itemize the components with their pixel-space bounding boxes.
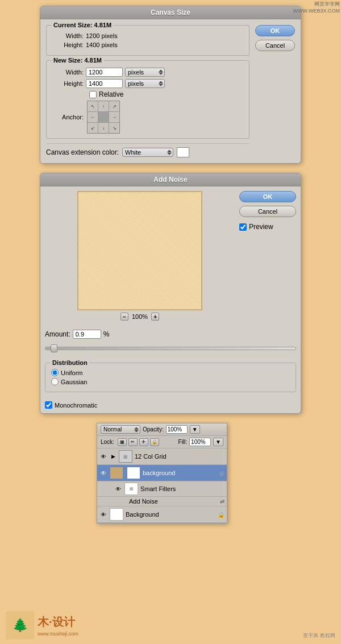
new-height-label: Height: [52,80,84,87]
current-height-value: 1400 pixels [86,41,118,48]
layer-thumb-background [110,467,123,479]
layers-toolbar: Normal Opacity: ▼ [97,423,227,436]
distribution-legend: Distribution [50,359,90,366]
noise-ok-button[interactable]: OK [239,191,296,202]
bottom-watermark: 🌲 木·设计 www.musheji.com [6,611,78,639]
lock-position-button[interactable]: ✛ [139,438,148,446]
ext-color-select[interactable]: White [122,148,173,157]
anchor-cell-tr[interactable]: ↗ [109,101,119,111]
layers-opacity-row: Opacity: ▼ [143,425,200,434]
relative-row: Relative [89,90,243,98]
lock-all-button[interactable]: 🔒 [150,438,159,446]
layer-eye-bg[interactable]: 👁 [99,512,107,518]
zoom-out-button[interactable]: − [120,313,128,321]
layer-name-background[interactable]: background [143,470,217,476]
distribution-box: Distribution Uniform Gaussian [45,363,296,392]
current-width-label: Width: [52,32,84,39]
color-swatch[interactable] [177,147,189,157]
anchor-cell-ml[interactable]: ← [88,112,98,122]
add-noise-titlebar: Add Noise [40,173,301,186]
layers-toolbar-mode-row: Normal Opacity: ▼ [101,425,223,434]
fill-row: Fill: ▼ [178,438,223,446]
new-height-input[interactable] [86,79,123,88]
watermark-brand: 木·设计 www.musheji.com [38,614,78,637]
layer-thumb-12colgrid: ▦ [119,450,132,463]
new-size-legend: New Size: 4.81M [51,57,104,64]
ext-color-value: White [125,149,141,156]
layers-mode-arrow [134,427,139,432]
anchor-cell-mr[interactable]: → [109,112,119,122]
noise-cancel-button[interactable]: Cancel [239,206,296,217]
monochromatic-checkbox[interactable] [45,401,52,409]
height-unit-arrow [159,81,163,86]
slider-container [45,347,296,350]
anchor-cell-mc[interactable] [98,112,109,122]
opacity-label: Opacity: [143,426,164,433]
anchor-cell-tl[interactable]: ↖ [88,101,98,111]
noise-controls: OK Cancel Preview [239,191,296,321]
uniform-radio[interactable] [51,369,59,376]
ext-color-arrow [167,150,172,155]
height-unit-select[interactable]: pixels [125,79,165,88]
layer-smart-icon: ◎ [219,470,224,476]
preview-checkbox[interactable] [239,223,247,231]
lock-icon-bg: 🔒 [218,512,224,518]
width-unit-select[interactable]: pixels [125,68,165,77]
anchor-cell-bl[interactable]: ↙ [88,123,98,133]
slider-thumb[interactable] [51,344,57,352]
watermark-brand-text: 木·设计 [38,614,78,630]
anchor-cell-tc[interactable]: ↑ [98,101,109,111]
watermark-brand-url: www.musheji.com [38,631,78,637]
amount-input[interactable] [73,330,101,339]
lock-icons: ▦ ✏ ✛ 🔒 [118,438,159,446]
layer-name-add-noise[interactable]: Add Noise [129,498,218,505]
canvas-size-titlebar: Canvas Size [40,6,301,19]
fill-input[interactable] [189,438,211,446]
layer-name-12colgrid[interactable]: 12 Col Grid [135,453,224,460]
watermark-logo: 🌲 [6,611,34,639]
layer-row-smart-filters: 👁 ▦ Smart Filters [97,481,227,497]
lock-transparent-button[interactable]: ▦ [118,438,127,446]
height-unit-value: pixels [128,80,144,87]
layer-row-bg: 👁 Background 🔒 [97,506,227,523]
fill-arrow[interactable]: ▼ [213,438,223,446]
fill-label: Fill: [178,439,188,445]
watermark-emoji: 🌲 [13,618,28,633]
layer-name-bg[interactable]: Background [126,511,215,518]
layer-eye-smart-filters[interactable]: 👁 [114,486,122,492]
zoom-in-button[interactable]: + [151,313,159,321]
ext-color-row: Canvas extension color: White [46,143,249,157]
new-width-label: Width: [52,69,84,76]
watermark-right: 查字典 教程网 [303,632,335,639]
relative-checkbox[interactable] [89,91,97,98]
monochromatic-row: Monochromatic [45,401,296,409]
width-unit-value: pixels [128,69,144,76]
slider-track [45,347,296,350]
layer-name-smart-filters[interactable]: Smart Filters [140,485,224,492]
layer-eye-background[interactable]: 👁 [99,470,107,476]
current-height-label: Height: [52,41,84,48]
monochromatic-label: Monochromatic [55,402,97,409]
noise-content: − 100% + OK Cancel Preview [45,191,296,321]
canvas-cancel-button[interactable]: Cancel [255,40,295,51]
layer-eye-12colgrid[interactable]: 👁 [99,454,107,460]
layer-expand-12colgrid[interactable]: ▶ [110,454,117,459]
add-noise-body: − 100% + OK Cancel Preview Amount: % [40,186,301,413]
layer-thumb-background-mask [127,467,140,479]
lock-paint-button[interactable]: ✏ [128,438,138,446]
current-size-fieldset: Current Size: 4.81M Width: 1200 pixels H… [46,25,249,56]
layers-mode-select[interactable]: Normal [101,425,140,434]
uniform-label: Uniform [61,369,83,376]
anchor-section: Anchor: ↖ ↑ ↗ ← → ↙ ↓ ↘ [52,101,243,134]
canvas-ok-button[interactable]: OK [255,25,295,36]
new-width-input[interactable] [86,68,123,77]
anchor-cell-bc[interactable]: ↓ [98,123,109,133]
anchor-cell-br[interactable]: ↘ [109,123,119,133]
current-height-row: Height: 1400 pixels [52,41,243,48]
canvas-buttons: OK Cancel [255,25,295,51]
opacity-arrow[interactable]: ▼ [190,425,200,434]
zoom-value: 100% [132,313,148,320]
new-height-row: Height: pixels [52,79,243,88]
opacity-input[interactable] [166,425,188,434]
gaussian-radio[interactable] [51,378,59,385]
